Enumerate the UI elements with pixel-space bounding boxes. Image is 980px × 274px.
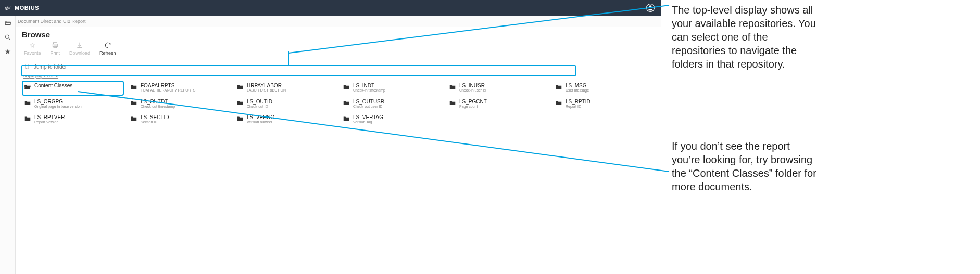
folder-text: LS_OUTDTCheck-out timestamp <box>141 99 175 109</box>
folder-item[interactable]: LS_RPTIDReport ID <box>553 97 655 112</box>
anno-box-search <box>21 65 576 76</box>
folder-text: LS_MSGUser message <box>566 83 589 93</box>
folder-icon <box>130 115 137 122</box>
folder-icon <box>555 99 562 107</box>
folder-text: LS_PGCNTPage count <box>459 99 487 109</box>
annotation-text-bottom: If you don’t see the report you’re looki… <box>672 139 818 193</box>
folder-text: LS_OUTIDCheck-out ID <box>247 99 272 109</box>
folder-name: LS_VERNO <box>247 114 274 120</box>
folder-name: LS_RPTVER <box>34 114 65 120</box>
folder-name: LS_ORGPG <box>34 99 82 105</box>
folder-name: LS_OUTUSR <box>353 99 384 105</box>
folder-text: LS_OUTUSRCheck-out user ID <box>353 99 384 109</box>
svg-point-2 <box>5 35 9 38</box>
user-avatar-icon[interactable] <box>646 3 655 12</box>
folder-desc: User message <box>566 88 589 93</box>
logo-section: MOBIUS <box>4 4 39 11</box>
folder-open-icon <box>24 83 31 90</box>
folder-desc: Check-in user Id <box>459 88 486 93</box>
folder-item[interactable]: HRPAYLABORLABOR DISTRIBUTION <box>234 81 336 96</box>
folder-desc: Check-out ID <box>247 105 272 109</box>
breadcrumb-text[interactable]: Document Direct and UI2 Report <box>18 19 86 24</box>
folder-text: FOAPALRPTSFOAPAL HIERARCHY REPORTS <box>141 83 196 93</box>
mobius-logo-icon <box>4 4 11 11</box>
folder-desc: Version number <box>247 120 274 124</box>
folder-icon <box>236 99 244 107</box>
folder-text: LS_SECTIDSection ID <box>141 114 169 124</box>
refresh-button[interactable]: Refresh <box>99 41 116 56</box>
folder-item[interactable]: LS_SECTIDSection ID <box>128 112 230 127</box>
page-title: Browse <box>16 27 661 41</box>
folder-name: LS_OUTID <box>247 99 272 105</box>
folder-name: LS_OUTDT <box>141 99 175 105</box>
rail-folder-open-icon[interactable] <box>0 16 16 30</box>
folder-item[interactable]: LS_VERTAGVersion Tag <box>341 112 443 127</box>
toolbar: ☆ Favorite Print Download Refresh <box>16 41 661 59</box>
folder-desc: Version Tag <box>353 120 383 124</box>
folder-text: LS_RPTVERReport Version <box>34 114 65 124</box>
folder-name: LS_MSG <box>566 83 589 88</box>
folder-item[interactable]: LS_INDTCheck-in timestamp <box>341 81 443 96</box>
folder-text: HRPAYLABORLABOR DISTRIBUTION <box>247 83 286 93</box>
folder-item[interactable]: LS_OUTIDCheck-out ID <box>234 97 336 112</box>
folder-desc: Check-in timestamp <box>353 88 385 93</box>
svg-point-1 <box>649 5 652 8</box>
folder-desc: Section ID <box>141 120 169 124</box>
folder-desc: Check-out timestamp <box>141 105 175 109</box>
download-icon <box>76 41 83 49</box>
folder-icon <box>343 99 350 107</box>
folder-text: LS_ORGPGOriginal page in base version <box>34 99 82 109</box>
folder-name: LS_RPTID <box>566 99 590 105</box>
download-button[interactable]: Download <box>69 41 90 56</box>
folder-icon <box>343 83 350 90</box>
main-content: Browse ☆ Favorite Print Download Refresh <box>16 27 661 127</box>
folder-text: Content Classes <box>34 83 72 88</box>
folder-item[interactable]: LS_PGCNTPage count <box>447 97 549 112</box>
folder-icon <box>236 83 244 90</box>
refresh-label: Refresh <box>99 50 116 56</box>
folder-desc: LABOR DISTRIBUTION <box>247 88 286 93</box>
brand-label: MOBIUS <box>15 5 39 11</box>
folder-text: LS_INDTCheck-in timestamp <box>353 83 385 93</box>
folder-name: LS_PGCNT <box>459 99 487 105</box>
rail-favorite-icon[interactable] <box>0 45 16 59</box>
breadcrumb-row: Document Direct and UI2 Report <box>0 16 661 27</box>
folder-name: LS_INUSR <box>459 83 486 88</box>
folder-item[interactable]: LS_OUTDTCheck-out timestamp <box>128 97 230 112</box>
folder-item[interactable]: Content Classes <box>22 81 124 96</box>
folder-desc: Page count <box>459 105 487 109</box>
folder-item[interactable]: LS_OUTUSRCheck-out user ID <box>341 97 443 112</box>
annotation-text-top: The top-level display shows all your ava… <box>672 3 818 71</box>
folder-icon <box>24 99 31 107</box>
folder-name: FOAPALRPTS <box>141 83 196 88</box>
folder-icon <box>130 83 137 90</box>
folder-icon <box>24 115 31 122</box>
folder-desc: Report ID <box>566 105 590 109</box>
folder-item[interactable]: LS_ORGPGOriginal page in base version <box>22 97 124 112</box>
top-bar: MOBIUS <box>0 0 661 16</box>
folder-desc: Report Version <box>34 120 65 124</box>
print-label: Print <box>51 50 60 56</box>
folder-icon <box>130 99 137 107</box>
left-rail <box>0 16 16 274</box>
folder-name: Content Classes <box>34 83 72 88</box>
folder-desc: Check-out user ID <box>353 105 384 109</box>
rail-search-icon[interactable] <box>0 30 16 45</box>
folder-item[interactable]: LS_RPTVERReport Version <box>22 112 124 127</box>
folder-icon <box>449 83 456 90</box>
favorite-button[interactable]: ☆ Favorite <box>24 41 41 56</box>
print-button[interactable]: Print <box>51 41 60 56</box>
folder-text: LS_RPTIDReport ID <box>566 99 590 109</box>
folder-item[interactable]: LS_INUSRCheck-in user Id <box>447 81 549 96</box>
folder-desc: Original page in base version <box>34 105 82 109</box>
folder-desc: FOAPAL HIERARCHY REPORTS <box>141 88 196 93</box>
folder-item[interactable]: FOAPALRPTSFOAPAL HIERARCHY REPORTS <box>128 81 230 96</box>
folder-item[interactable]: LS_MSGUser message <box>553 81 655 96</box>
folder-icon <box>555 83 562 90</box>
folder-icon <box>236 115 244 122</box>
folder-item[interactable]: LS_VERNOVersion number <box>234 112 336 127</box>
folder-icon <box>449 99 456 107</box>
print-icon <box>52 41 59 49</box>
favorite-label: Favorite <box>24 50 41 56</box>
folder-grid: Content ClassesFOAPALRPTSFOAPAL HIERARCH… <box>16 81 661 127</box>
